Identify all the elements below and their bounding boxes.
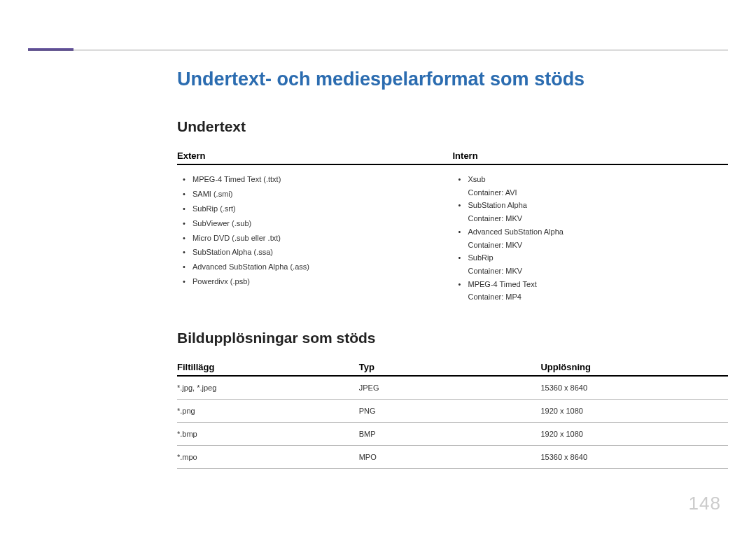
- cell-ext: *.mpo: [177, 445, 359, 468]
- top-rule: [28, 50, 728, 50]
- table-row: *.jpg, *.jpeg JPEG 15360 x 8640: [177, 376, 728, 400]
- list-item: MPEG-4 Timed Text (.ttxt): [192, 172, 453, 187]
- intern-name: SubRip: [468, 253, 493, 262]
- list-item: Micro DVD (.sub eller .txt): [192, 231, 453, 246]
- extern-cell: MPEG-4 Timed Text (.ttxt) SAMI (.smi) Su…: [177, 164, 453, 303]
- section-heading-resolutions: Bildupplösningar som stöds: [177, 330, 728, 346]
- list-item: Advanced SubStation Alpha (.ass): [192, 260, 453, 274]
- cell-res: 15360 x 8640: [540, 445, 728, 468]
- cell-type: MPO: [359, 445, 541, 468]
- intern-cell: Xsub Container: AVI SubStation Alpha Con…: [453, 164, 729, 303]
- col-header-res: Upplösning: [540, 359, 728, 376]
- list-item: Advanced SubStation Alpha Container: MKV: [468, 225, 729, 251]
- main-heading: Undertext- och mediespelarformat som stö…: [177, 69, 728, 90]
- page-content: Undertext- och mediespelarformat som stö…: [177, 69, 728, 469]
- list-item: SubRip (.srt): [192, 202, 453, 216]
- extern-list: MPEG-4 Timed Text (.ttxt) SAMI (.smi) Su…: [177, 172, 453, 289]
- table-row: *.mpo MPO 15360 x 8640: [177, 445, 728, 468]
- list-item: MPEG-4 Timed Text Container: MP4: [468, 277, 729, 303]
- section-heading-undertext: Undertext: [177, 118, 728, 135]
- col-header-type: Typ: [359, 359, 541, 376]
- list-item: SubStation Alpha (.ssa): [192, 245, 453, 260]
- list-item: Xsub Container: AVI: [468, 172, 729, 198]
- intern-name: MPEG-4 Timed Text: [468, 280, 537, 288]
- intern-list: Xsub Container: AVI SubStation Alpha Con…: [453, 172, 729, 303]
- page-number: 148: [689, 493, 721, 514]
- cell-ext: *.png: [177, 399, 359, 422]
- cell-ext: *.jpg, *.jpeg: [177, 376, 359, 400]
- intern-name: Advanced SubStation Alpha: [468, 227, 564, 236]
- intern-container: Container: MKV: [468, 265, 729, 277]
- cell-res: 1920 x 1080: [540, 422, 728, 445]
- intern-container: Container: MKV: [468, 213, 729, 225]
- resolutions-table: Filtillägg Typ Upplösning *.jpg, *.jpeg …: [177, 359, 728, 469]
- cell-type: JPEG: [359, 376, 541, 400]
- col-header-intern: Intern: [453, 148, 729, 164]
- cell-res: 15360 x 8640: [540, 376, 728, 400]
- table-row: *.png PNG 1920 x 1080: [177, 399, 728, 422]
- cell-type: BMP: [359, 422, 541, 445]
- list-item: Powerdivx (.psb): [192, 274, 453, 289]
- intern-container: Container: MP4: [468, 291, 729, 303]
- list-item: SubViewer (.sub): [192, 216, 453, 231]
- list-item: SubStation Alpha Container: MKV: [468, 198, 729, 224]
- col-header-ext: Filtillägg: [177, 359, 359, 376]
- list-item: SAMI (.smi): [192, 187, 453, 202]
- list-item: SubRip Container: MKV: [468, 251, 729, 276]
- table-row: *.bmp BMP 1920 x 1080: [177, 422, 728, 445]
- intern-name: SubStation Alpha: [468, 201, 527, 209]
- subtitle-formats-table: Extern Intern MPEG-4 Timed Text (.ttxt) …: [177, 148, 728, 303]
- cell-res: 1920 x 1080: [540, 399, 728, 422]
- intern-container: Container: MKV: [468, 239, 729, 251]
- cell-type: PNG: [359, 399, 541, 422]
- col-header-extern: Extern: [177, 148, 453, 164]
- intern-name: Xsub: [468, 175, 486, 183]
- intern-container: Container: AVI: [468, 187, 729, 199]
- cell-ext: *.bmp: [177, 422, 359, 445]
